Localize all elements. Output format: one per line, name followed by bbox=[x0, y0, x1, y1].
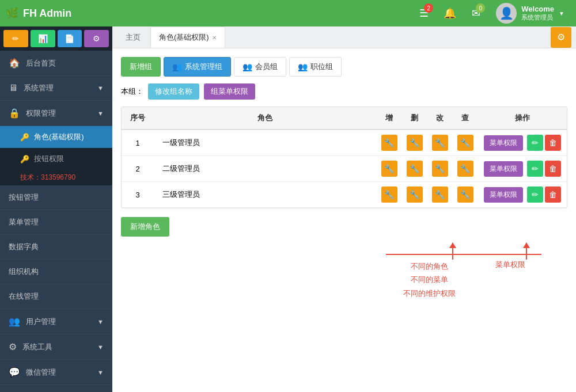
sidebar-item-home[interactable]: 🏠 后台首页 bbox=[0, 51, 112, 76]
row3-edit-btn[interactable]: 🔧 bbox=[432, 187, 448, 203]
annot-right: 菜单权限 bbox=[495, 260, 525, 269]
row1-del-icon-btn[interactable]: 🗑 bbox=[545, 135, 561, 151]
tab-home-label: 主页 bbox=[126, 32, 141, 43]
annotation-line bbox=[386, 254, 541, 255]
right-arrow-container bbox=[523, 242, 530, 260]
logo: 🌿 FH Admin bbox=[6, 7, 71, 20]
menu-perm-btn[interactable]: 组菜单权限 bbox=[204, 83, 255, 100]
sidebar-item-permissions[interactable]: 🔒 权限管理 ▼ bbox=[0, 101, 112, 126]
sidebar-item-wechat[interactable]: 💬 微信管理 ▼ bbox=[0, 360, 112, 385]
annot-line2: 不同的菜单 bbox=[403, 273, 456, 286]
sidebar-item-users[interactable]: 👥 用户管理 ▼ bbox=[0, 309, 112, 334]
row2-num: 2 bbox=[122, 156, 154, 182]
sidebar-label-btn-mgmt: 按钮管理 bbox=[9, 192, 104, 203]
sidebar-tool-doc[interactable]: 📄 bbox=[58, 30, 82, 47]
add-group-btn[interactable]: 新增组 bbox=[121, 57, 161, 77]
row1-edit-btn[interactable]: 🔧 bbox=[432, 135, 448, 151]
row1-del-cell: 🔧 bbox=[402, 130, 427, 156]
sidebar-label-data-dict: 数据字典 bbox=[9, 242, 104, 252]
row1-add-btn[interactable]: 🔧 bbox=[381, 135, 397, 151]
left-arrow-head bbox=[449, 242, 456, 248]
modify-name-btn[interactable]: 修改组名称 bbox=[148, 83, 199, 100]
menu-perm-label: 组菜单权限 bbox=[211, 87, 248, 96]
row2-del-btn[interactable]: 🔧 bbox=[407, 161, 423, 177]
tab-home[interactable]: 主页 bbox=[117, 26, 149, 48]
user-menu[interactable]: 👤 Welcome 系统管理员 ▼ bbox=[490, 0, 570, 26]
sidebar-tool-chart[interactable]: 📊 bbox=[31, 30, 55, 47]
row3-del-btn[interactable]: 🔧 bbox=[407, 187, 423, 203]
layout: ✏ 📊 📄 ⚙ 🏠 后台首页 🖥 系统管理 ▼ 🔒 权限管理 ▼ 🔑 角色(基础… bbox=[0, 26, 576, 392]
col-del: 删 bbox=[402, 107, 427, 130]
system-group-label: 系统管理组 bbox=[185, 62, 222, 72]
col-ops: 操作 bbox=[478, 107, 567, 130]
member-group-icon: 👥 bbox=[242, 62, 252, 71]
table-row: 1 一级管理员 🔧 🔧 🔧 🔧 菜单权限 ✏ 🗑 bbox=[122, 130, 567, 156]
row3-view-cell: 🔧 bbox=[453, 182, 478, 208]
row2-del-icon-btn[interactable]: 🗑 bbox=[545, 161, 561, 177]
button-key-icon: 🔑 bbox=[20, 155, 29, 163]
sidebar-item-online[interactable]: 在线管理 bbox=[0, 284, 112, 309]
row2-edit-btn[interactable]: 🔧 bbox=[432, 161, 448, 177]
row3-menu-perm-btn[interactable]: 菜单权限 bbox=[484, 187, 523, 203]
messages-button[interactable]: ☰ 2 bbox=[412, 0, 435, 26]
logo-title: FH Admin bbox=[23, 7, 71, 20]
sidebar-item-role-perms[interactable]: 🔑 角色(基础权限) bbox=[0, 126, 112, 148]
tab-bar: 主页 角色(基础权限) ✕ ⚙ bbox=[112, 26, 576, 48]
add-role-btn[interactable]: 新增角色 bbox=[121, 217, 169, 237]
sidebar-item-menu-mgmt[interactable]: 菜单管理 bbox=[0, 210, 112, 235]
tab-role-perms[interactable]: 角色(基础权限) ✕ bbox=[150, 26, 225, 48]
user-dropdown-arrow: ▼ bbox=[559, 10, 564, 17]
col-add: 增 bbox=[377, 107, 402, 130]
tech-note: 技术：313596790 bbox=[0, 170, 112, 185]
tab-settings-button[interactable]: ⚙ bbox=[551, 27, 571, 48]
row3-view-btn[interactable]: 🔧 bbox=[457, 187, 473, 203]
sidebar-label-org: 组织机构 bbox=[9, 267, 104, 277]
row1-del-btn[interactable]: 🔧 bbox=[407, 135, 423, 151]
sidebar-tool-gear[interactable]: ⚙ bbox=[84, 30, 109, 47]
sidebar-item-sys-tools[interactable]: ⚙ 系统工具 ▼ bbox=[0, 334, 112, 360]
sidebar-item-system[interactable]: 🖥 系统管理 ▼ bbox=[0, 76, 112, 101]
row2-add-btn[interactable]: 🔧 bbox=[381, 161, 397, 177]
lock-icon: 🔒 bbox=[9, 108, 20, 119]
member-group-btn[interactable]: 👥 会员组 bbox=[234, 57, 286, 77]
row2-edit-cell: 🔧 bbox=[427, 156, 453, 182]
tab-close-icon[interactable]: ✕ bbox=[212, 35, 217, 41]
sidebar-item-data-dict[interactable]: 数据字典 bbox=[0, 235, 112, 260]
row2-view-btn[interactable]: 🔧 bbox=[457, 161, 473, 177]
col-num: 序号 bbox=[122, 107, 154, 130]
right-arrow-head bbox=[523, 242, 530, 248]
mail-button[interactable]: ✉ 0 bbox=[464, 0, 487, 26]
row2-edit-icon-btn[interactable]: ✏ bbox=[527, 161, 543, 177]
row2-menu-perm-btn[interactable]: 菜单权限 bbox=[484, 161, 523, 177]
row3-name: 三级管理员 bbox=[154, 182, 377, 208]
sidebar-item-btn-mgmt[interactable]: 按钮管理 bbox=[0, 185, 112, 210]
row1-edit-icon-btn[interactable]: ✏ bbox=[527, 135, 543, 151]
sidebar-item-org[interactable]: 组织机构 bbox=[0, 260, 112, 284]
tools-icon: ⚙ bbox=[9, 341, 17, 352]
system-arrow-icon: ▼ bbox=[97, 85, 104, 92]
right-arrow-line bbox=[526, 248, 527, 260]
add-group-label: 新增组 bbox=[130, 62, 152, 72]
user-name: Welcome bbox=[521, 5, 554, 13]
table-row: 3 三级管理员 🔧 🔧 🔧 🔧 菜单权限 ✏ 🗑 bbox=[122, 182, 567, 208]
header: 🌿 FH Admin ☰ 2 🔔 ✉ 0 👤 Welcome 系统管理员 ▼ bbox=[0, 0, 576, 26]
add-role-label: 新增角色 bbox=[130, 222, 160, 231]
sidebar-item-info[interactable]: 💳 信息管理 ▼ bbox=[0, 385, 112, 392]
notifications-button[interactable]: 🔔 bbox=[438, 0, 461, 26]
row1-ops-cell: 菜单权限 ✏ 🗑 bbox=[483, 135, 562, 151]
left-arrow-container bbox=[449, 242, 456, 260]
action-row: 本组： 修改组名称 组菜单权限 bbox=[121, 83, 567, 100]
row1-view-btn[interactable]: 🔧 bbox=[457, 135, 473, 151]
sidebar-tool-edit[interactable]: ✏ bbox=[3, 30, 28, 47]
sidebar-item-button-perms[interactable]: 🔑 按钮权限 bbox=[0, 148, 112, 170]
position-group-btn[interactable]: 👥 职位组 bbox=[289, 57, 342, 77]
wechat-icon: 💬 bbox=[9, 367, 20, 378]
row3-edit-icon-btn[interactable]: ✏ bbox=[527, 187, 543, 203]
row3-del-icon-btn[interactable]: 🗑 bbox=[545, 187, 561, 203]
position-group-label: 职位组 bbox=[310, 62, 333, 72]
system-group-btn[interactable]: 👥 系统管理组 bbox=[164, 57, 231, 77]
group-buttons: 新增组 👥 系统管理组 👥 会员组 👥 职位组 bbox=[121, 57, 567, 77]
row1-menu-perm-btn[interactable]: 菜单权限 bbox=[484, 135, 523, 151]
row3-add-btn[interactable]: 🔧 bbox=[381, 187, 397, 203]
content: 新增组 👥 系统管理组 👥 会员组 👥 职位组 本组： bbox=[112, 48, 576, 392]
